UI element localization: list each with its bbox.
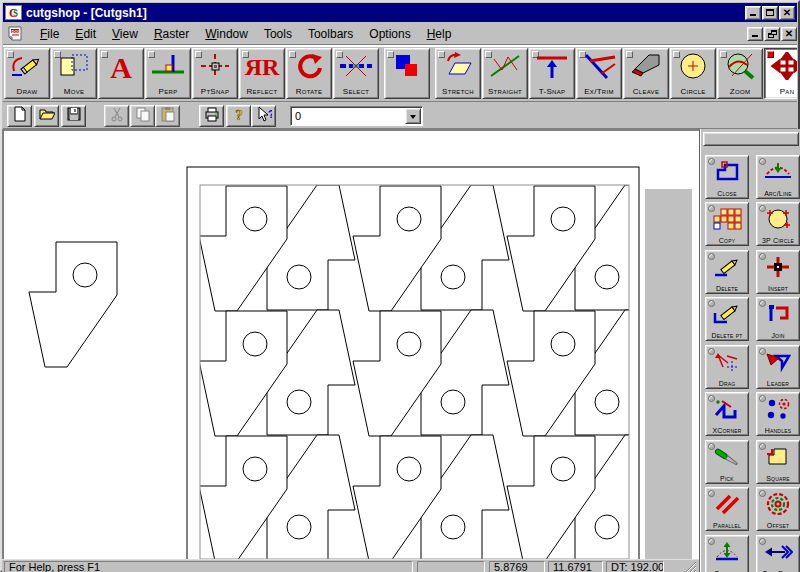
toolpath-tool-button[interactable]: ToolPath (756, 535, 800, 572)
circle3p-tool-button[interactable]: 3P Circle (756, 202, 800, 246)
mdi-minimize-button[interactable] (747, 27, 763, 41)
text-icon: A (103, 52, 139, 86)
tool-button-label: Offset (757, 522, 799, 529)
drag-tool-button[interactable]: Drag (705, 345, 749, 389)
parallel-tool-button[interactable]: Parallel (705, 487, 749, 531)
tool-button-label: Ex/Trim (577, 87, 621, 96)
drag-icon (712, 350, 742, 378)
move-tool-button[interactable]: Move (51, 48, 97, 99)
tool-button-label: Straight (483, 87, 527, 96)
svg-text:ЯR: ЯR (245, 54, 280, 80)
save-icon (66, 106, 82, 126)
perp-tool-button[interactable]: Perp (145, 48, 191, 99)
pick-tool-button[interactable]: Pick (705, 440, 749, 484)
cutgshop-logo-icon: CS (7, 6, 20, 19)
save-button[interactable] (61, 105, 86, 127)
menu-item-file[interactable]: File (32, 24, 67, 44)
rotate-icon (291, 52, 327, 84)
deletept-tool-button[interactable]: Delete pt (705, 297, 749, 341)
cut-button (104, 105, 129, 127)
tool-button-label: Rotate (287, 87, 331, 96)
menu-item-window[interactable]: Window (197, 24, 256, 44)
close-tool-button[interactable]: Close (705, 155, 749, 199)
tool-button-label: Drag (706, 380, 748, 387)
cleave-tool-button[interactable]: Cleave (623, 48, 669, 99)
drawing-surface[interactable] (4, 131, 699, 559)
extrim-tool-button[interactable]: Ex/Trim (576, 48, 622, 99)
svg-text:DOC: DOC (12, 28, 21, 33)
menu-item-toolbars[interactable]: Toolbars (300, 24, 361, 44)
free-part-shape[interactable] (29, 242, 117, 367)
maximize-button[interactable] (762, 6, 778, 20)
tool-button-label: Pan (765, 87, 797, 96)
sidebar-grip[interactable] (703, 132, 799, 146)
extrim-icon (581, 52, 617, 84)
menu-item-view[interactable]: View (104, 24, 146, 44)
handles-tool-button[interactable]: Handles (756, 392, 800, 436)
draw-tool-button[interactable]: Draw (4, 48, 50, 99)
select-tool-button[interactable]: Select (333, 48, 379, 99)
offset-tool-button[interactable]: Offset (756, 487, 800, 531)
mdi-restore-button[interactable] (764, 27, 780, 41)
join-tool-button[interactable]: Join (756, 297, 800, 341)
app-logo-icon[interactable]: CS (5, 5, 22, 20)
drawing-canvas[interactable] (2, 129, 699, 559)
minimize-button[interactable] (745, 6, 761, 20)
deform-icon (712, 540, 742, 568)
svg-text:?: ? (268, 108, 272, 120)
delete-tool-button[interactable]: Delete (705, 250, 749, 294)
arcline-icon (763, 160, 793, 188)
deform-tool-button[interactable]: Deform (705, 535, 749, 572)
open-button[interactable] (34, 105, 59, 127)
tool-button-label: Delete (706, 285, 748, 292)
mdi-close-button[interactable]: ✕ (781, 27, 797, 41)
menu-item-help[interactable]: Help (419, 24, 460, 44)
ctxhelp-button[interactable]: ? (251, 105, 276, 127)
tool-button-label: Join (757, 332, 799, 339)
straight-tool-button[interactable]: Straight (482, 48, 528, 99)
help-icon: ? (231, 106, 247, 126)
rotate-tool-button[interactable]: Rotate (286, 48, 332, 99)
sheet-shadow (645, 189, 692, 559)
circle-icon (675, 52, 711, 84)
text-tool-button[interactable]: A (98, 48, 144, 99)
tool-button-label: Close (706, 190, 748, 197)
leader-tool-button[interactable]: Leader (756, 345, 800, 389)
arcline-tool-button[interactable]: Arc/Line (756, 155, 800, 199)
chevron-down-icon[interactable] (405, 108, 421, 124)
menu-bar: DOC FileEditViewRasterWindowToolsToolbar… (3, 23, 797, 45)
tool-button-label: Zoom (718, 87, 762, 96)
parallel-icon (712, 492, 742, 520)
layer-combobox[interactable]: 0 (290, 106, 423, 126)
menu-item-edit[interactable]: Edit (67, 24, 104, 44)
resize-grip[interactable] (680, 561, 696, 572)
reflect-tool-button[interactable]: ЯRReflect (239, 48, 285, 99)
tool-button-label: Copy (706, 237, 748, 244)
title-bar: CS cutgshop - [Cutgsh1] ✕ (3, 3, 797, 22)
square-tool-button[interactable]: Square (756, 440, 800, 484)
circle-tool-button[interactable]: Circle (670, 48, 716, 99)
menu-item-options[interactable]: Options (361, 24, 418, 44)
xcorner-tool-button[interactable]: XCorner (705, 392, 749, 436)
close-button[interactable]: ✕ (779, 6, 795, 20)
copyent-tool-button[interactable]: Copy (705, 202, 749, 246)
insert-tool-button[interactable]: Insert (756, 250, 800, 294)
zoom-tool-button[interactable]: Zoom (717, 48, 763, 99)
print-button[interactable] (199, 105, 224, 127)
tsnap-tool-button[interactable]: T-Snap (529, 48, 575, 99)
document-system-menu-icon[interactable]: DOC (7, 26, 24, 42)
tool-button-label: Move (52, 87, 96, 96)
status-panel-3: 11.6791 (548, 561, 603, 572)
pan-tool-button[interactable]: Pan (764, 48, 797, 99)
cut-icon (109, 106, 125, 126)
menu-item-raster[interactable]: Raster (146, 24, 197, 44)
stretch-tool-button[interactable]: Stretch (435, 48, 481, 99)
new-button[interactable] (7, 105, 32, 127)
help-button[interactable]: ? (226, 105, 251, 127)
colors-tool-button[interactable] (384, 48, 430, 99)
ptsnap-icon (197, 52, 233, 84)
square-icon (763, 445, 793, 473)
ptsnap-tool-button[interactable]: PtSnap (192, 48, 238, 99)
minimize-icon (750, 9, 756, 16)
menu-item-tools[interactable]: Tools (256, 24, 300, 44)
